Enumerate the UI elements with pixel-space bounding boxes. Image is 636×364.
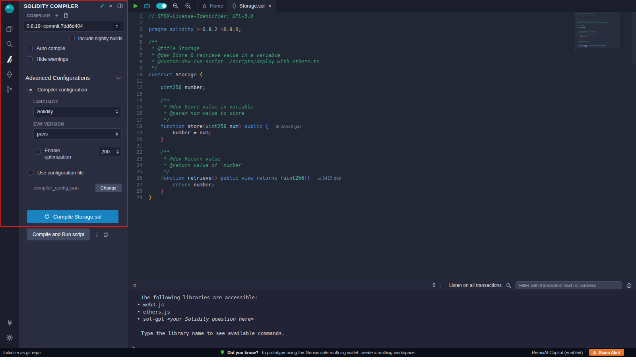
code-line: 6 * @title Storage <box>128 45 636 52</box>
minimap[interactable]: // SPDX-License-Identifier: GPL-3.0pragm… <box>575 13 615 50</box>
clear-console-icon[interactable] <box>626 283 632 288</box>
language-value: Solidity <box>37 109 53 114</box>
copilot-toggle[interactable] <box>156 3 167 9</box>
status-bar: Initialize as git repo Did you know? To … <box>0 348 636 357</box>
refresh-icon <box>44 214 50 219</box>
close-tab-icon[interactable]: × <box>268 3 271 9</box>
zoom-out-icon[interactable] <box>184 2 192 10</box>
plugin-manager-icon[interactable] <box>0 315 19 330</box>
terminal-line: • web3.js <box>132 301 636 308</box>
did-you-know-text: To prototype using the Gnosis safe multi… <box>261 350 416 355</box>
search-icon[interactable] <box>0 37 19 52</box>
info-icon[interactable]: i <box>96 232 97 238</box>
remix-logo-icon[interactable] <box>4 3 15 16</box>
line-number: 17 <box>128 117 149 123</box>
run-script-play-button[interactable] <box>134 4 138 8</box>
terminal-link[interactable]: web3.js <box>143 302 164 308</box>
compile-button[interactable]: Compile Storage.sol <box>27 210 118 223</box>
tab-home[interactable]: Home <box>198 0 228 12</box>
code-line: 16 * @param num value to store <box>128 110 636 116</box>
tab-storage-sol[interactable]: Storage.sol × <box>228 0 276 12</box>
optimization-runs-input[interactable]: 200 <box>99 147 122 157</box>
chevron-right-icon[interactable]: > <box>109 3 112 9</box>
language-select[interactable]: Solidity <box>33 106 122 117</box>
gas-estimate-badge: ▤ 22520 gas <box>275 124 301 129</box>
home-icon <box>202 4 207 9</box>
line-number: 29 <box>128 194 149 201</box>
terminal[interactable]: The following libraries are accessible:•… <box>128 290 636 348</box>
line-number: 1 <box>128 13 149 19</box>
line-number: 22 <box>128 149 149 155</box>
compile-and-run-button[interactable]: Compile and Run script <box>27 228 90 240</box>
terminal-link[interactable]: ethers.js <box>143 309 170 315</box>
auto-compile-checkbox[interactable] <box>27 46 33 51</box>
init-git-repo-action[interactable]: Initialize as git repo <box>0 350 41 355</box>
code-line: 10contract Storage { <box>128 72 636 78</box>
line-number: 27 <box>128 182 149 188</box>
code-line: 22 /** <box>128 149 636 155</box>
select-arrows-icon <box>116 132 118 136</box>
enable-optimization-label: Enable optimization <box>41 147 78 160</box>
evm-version-value: paris <box>37 131 48 137</box>
compiler-label: COMPILER <box>27 14 50 18</box>
terminal-line: The following libraries are accessible: <box>132 294 636 301</box>
code-line: 11 <box>128 78 636 84</box>
code-line: 18 function store(uint256 num) public {▤… <box>128 123 636 130</box>
compiler-configuration-radio[interactable] <box>27 87 33 93</box>
ai-assistant-icon[interactable] <box>143 2 151 10</box>
warning-icon: ⚠ <box>593 350 596 355</box>
line-number: 24 <box>128 162 149 168</box>
line-number: 11 <box>128 78 149 84</box>
git-icon[interactable] <box>0 82 19 97</box>
pin-panel-icon[interactable] <box>117 3 123 9</box>
lightbulb-icon <box>220 350 225 355</box>
optimization-runs-value: 200 <box>101 149 110 155</box>
code-line: 1// SPDX-License-Identifier: GPL-3.0 <box>128 13 636 19</box>
auto-compile-label: Auto compile <box>37 46 65 51</box>
code-line: 25 */ <box>128 168 636 175</box>
gas-estimate-badge: ▤ 2415 gas <box>317 176 341 180</box>
line-number: 19 <box>128 130 149 136</box>
code-editor[interactable]: 1// SPDX-License-Identifier: GPL-3.023pr… <box>128 12 636 280</box>
line-number: 20 <box>128 136 149 143</box>
compile-success-icon: ✓ <box>100 3 105 9</box>
code-line: 26 function retrieve() public view retur… <box>128 175 636 181</box>
enable-optimization-checkbox[interactable] <box>35 149 41 155</box>
open-file-icon[interactable] <box>63 13 69 18</box>
zoom-in-icon[interactable] <box>172 2 179 10</box>
did-you-know-label: Did you know? <box>227 350 258 355</box>
transaction-filter-input[interactable] <box>516 281 622 289</box>
include-nightly-checkbox[interactable] <box>69 36 75 41</box>
add-compiler-icon[interactable]: + <box>55 13 58 18</box>
compiler-version-select[interactable]: 0.8.19+commit.7dd6d404 <box>23 21 124 32</box>
copilot-status[interactable]: RemixAI Copilot (enabled) <box>532 350 583 355</box>
expand-terminal-icon[interactable]: « <box>132 284 137 287</box>
advanced-configurations-toggle[interactable]: Advanced Configurations <box>19 64 128 84</box>
editor-scrollbar[interactable] <box>632 12 636 64</box>
line-number: 13 <box>128 91 149 97</box>
code-line: 9 */ <box>128 65 636 71</box>
code-line: 17 */ <box>128 117 636 123</box>
compiler-configuration-label: Compiler configuration <box>37 87 87 93</box>
solidity-compiler-icon[interactable] <box>0 52 19 67</box>
listen-transactions-checkbox[interactable] <box>440 283 445 288</box>
use-configuration-file-radio[interactable] <box>27 170 33 176</box>
use-configuration-file-label: Use configuration file <box>37 170 84 176</box>
line-number: 9 <box>128 65 149 71</box>
code-line: 13 <box>128 91 636 97</box>
terminal-line <box>132 337 636 344</box>
line-number: 28 <box>128 188 149 194</box>
deploy-run-icon[interactable] <box>0 67 19 82</box>
file-explorer-icon[interactable] <box>0 21 19 37</box>
line-number: 4 <box>128 33 149 39</box>
code-line: 8 * @custom:dev-run-script ./scripts/dep… <box>128 58 636 65</box>
copy-icon[interactable] <box>103 232 109 237</box>
hide-warnings-checkbox[interactable] <box>27 56 33 62</box>
language-label: LANGUAGE <box>19 95 128 106</box>
settings-gear-icon[interactable] <box>0 330 19 345</box>
evm-version-select[interactable]: paris <box>33 128 122 139</box>
line-number: 8 <box>128 58 149 65</box>
scam-alert-badge[interactable]: ⚠ Scam Alert <box>589 349 624 356</box>
code-lines: 1// SPDX-License-Identifier: GPL-3.023pr… <box>128 13 636 201</box>
change-config-button[interactable]: Change <box>95 184 122 192</box>
